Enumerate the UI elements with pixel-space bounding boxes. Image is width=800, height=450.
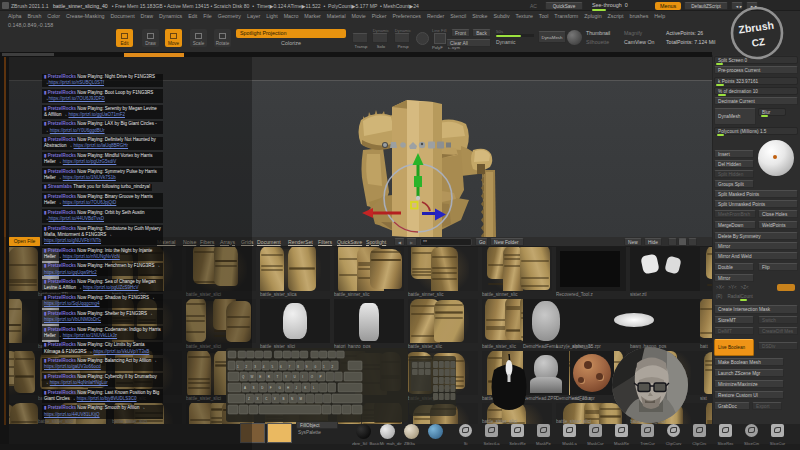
svg-text:A: A <box>244 386 246 390</box>
svg-text:N: N <box>291 397 293 401</box>
svg-text:Z: Z <box>248 397 250 401</box>
svg-text:CZ: CZ <box>751 36 766 49</box>
svg-text:K: K <box>304 386 306 390</box>
svg-text:P: P <box>319 375 321 379</box>
svg-text:B: B <box>282 397 284 401</box>
svg-text:Y: Y <box>285 375 287 379</box>
svg-text:T: T <box>276 375 278 379</box>
svg-text:F: F <box>270 386 272 390</box>
svg-text:S: S <box>253 386 255 390</box>
svg-text:V: V <box>274 397 276 401</box>
svg-text:U: U <box>294 375 296 379</box>
svg-text:X: X <box>257 397 259 401</box>
svg-text:H: H <box>287 386 289 390</box>
svg-text:E: E <box>259 375 261 379</box>
svg-text:Zbrush: Zbrush <box>738 19 775 36</box>
svg-text:W: W <box>251 375 254 379</box>
